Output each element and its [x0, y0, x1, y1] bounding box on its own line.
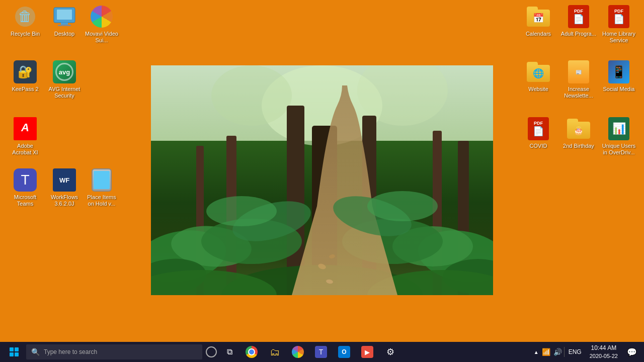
clock-time: 10:44 AM	[591, 344, 617, 352]
taskbar-settings[interactable]: ⚙	[379, 342, 401, 362]
icon-2nd-birthday[interactable]: 🎂 2nd Birthday	[558, 115, 599, 151]
language-indicator[interactable]: ENG	[569, 348, 582, 355]
system-tray: ▲ 📶 🔊 ENG 10:44 AM 2020-05-22 💬	[533, 342, 642, 362]
cortana-icon	[206, 346, 217, 357]
svg-point-28	[206, 196, 277, 226]
icon-increase-newsletter[interactable]: 📰 Increase Newslette...	[558, 58, 599, 101]
svg-rect-33	[57, 10, 72, 20]
taskbar-chrome[interactable]	[240, 342, 263, 362]
icon-label-adobe: Adobe Acrobat XI	[7, 143, 43, 156]
icon-label-2nd-birthday: 2nd Birthday	[563, 143, 594, 149]
start-button[interactable]	[2, 342, 26, 362]
windows-logo-icon	[10, 347, 19, 356]
tray-icons: 📶 🔊	[542, 348, 562, 356]
search-bar[interactable]: 🔍 Type here to search	[26, 344, 202, 359]
taskbar-apps: 🗂 T O ▶ ⚙	[240, 342, 533, 362]
action-center-button[interactable]: 💬	[624, 342, 640, 362]
icon-desktop[interactable]: Desktop	[44, 3, 85, 39]
icon-teams[interactable]: T Microsoft Teams	[5, 166, 45, 209]
svg-rect-34	[61, 23, 68, 25]
taskbar-movavi[interactable]	[287, 342, 309, 362]
clock-area[interactable]: 10:44 AM 2020-05-22	[586, 344, 622, 360]
action-center-icon: 💬	[627, 347, 637, 357]
icon-label-covid: COVID	[530, 143, 547, 149]
taskbar-screencast[interactable]: ▶	[356, 342, 378, 362]
icon-label-home-library: Home Library Service	[601, 31, 637, 44]
icon-label-workflows: WorkFlows 3.6.2.0J	[46, 194, 83, 207]
icon-label-adult-programs: Adult Progra...	[561, 31, 596, 37]
icon-home-library[interactable]: PDF 📄 Home Library Service	[599, 3, 639, 46]
icon-label-movavi: Movavi Video Sui...	[84, 31, 120, 44]
icon-label-teams: Microsoft Teams	[7, 194, 43, 207]
icon-adobe[interactable]: A Adobe Acrobat XI	[5, 115, 45, 158]
icon-label-calendars: Calendars	[526, 31, 551, 37]
icon-label-increase-newsletter: Increase Newslette...	[560, 86, 597, 99]
chrome-icon	[246, 346, 258, 358]
svg-rect-35	[58, 25, 71, 26]
task-view-button[interactable]: ⧉	[220, 342, 238, 362]
icon-label-unique-users: Unique Users in OverDriv...	[601, 143, 637, 156]
icon-movavi[interactable]: Movavi Video Sui...	[82, 3, 122, 46]
clock-date: 2020-05-22	[590, 352, 618, 360]
icon-label-social-media: Social Media	[603, 86, 635, 93]
svg-text:🗑: 🗑	[18, 9, 32, 24]
icon-unique-users[interactable]: 📊 Unique Users in OverDriv...	[599, 115, 639, 158]
tray-volume-icon[interactable]: 🔊	[553, 348, 562, 356]
taskbar-teams[interactable]: T	[310, 342, 332, 362]
taskbar: 🔍 Type here to search ⧉ 🗂 T	[0, 342, 644, 362]
icon-label-avg: AVG Internet Security	[46, 86, 83, 99]
icon-label-place-items: Place Items on Hold v...	[84, 194, 120, 207]
svg-point-29	[367, 191, 438, 221]
recycle-bin-icon: 🗑	[15, 6, 36, 27]
icon-website[interactable]: 🌐 Website	[518, 58, 558, 95]
outlook-icon: O	[338, 346, 350, 358]
icon-label-keepass: KeePass 2	[12, 86, 38, 93]
desktop-icon-img	[53, 7, 76, 27]
icon-label-desktop: Desktop	[54, 31, 74, 37]
svg-point-3	[211, 65, 292, 126]
icon-recycle-bin[interactable]: 🗑 Recycle Bin	[5, 3, 45, 39]
icon-avg[interactable]: avg AVG Internet Security	[44, 58, 85, 101]
wallpaper	[151, 65, 493, 295]
tray-expand-button[interactable]: ▲	[533, 349, 540, 355]
task-view-icon: ⧉	[227, 347, 232, 356]
movavi-icon	[292, 346, 304, 358]
icon-label-website: Website	[528, 86, 548, 93]
search-placeholder: Type here to search	[44, 348, 97, 355]
cortana-button[interactable]	[202, 342, 220, 362]
icon-calendars[interactable]: 📅 Calendars	[518, 3, 558, 39]
tray-separator	[564, 347, 565, 357]
icon-covid[interactable]: PDF 📄 COVID	[518, 115, 558, 151]
screencast-icon: ▶	[361, 346, 373, 358]
desktop: 🗑 Recycle Bin Desktop Movavi Video Sui..…	[0, 0, 644, 342]
explorer-icon: 🗂	[269, 346, 281, 358]
tray-network-icon[interactable]: 📶	[542, 348, 550, 356]
icon-keepass[interactable]: 🔐 KeePass 2	[5, 58, 45, 95]
taskbar-explorer[interactable]: 🗂	[264, 342, 286, 362]
icon-place-items[interactable]: Place Items on Hold v...	[82, 166, 122, 209]
icon-adult-programs[interactable]: PDF 📄 Adult Progra...	[558, 3, 599, 39]
search-icon: 🔍	[31, 348, 40, 356]
wallpaper-image	[151, 65, 493, 295]
taskbar-outlook[interactable]: O	[333, 342, 355, 362]
teams-icon: T	[315, 346, 327, 358]
icon-label-recycle-bin: Recycle Bin	[11, 31, 40, 37]
icon-social-media[interactable]: 📱 Social Media	[599, 58, 639, 95]
icon-workflows[interactable]: WF WorkFlows 3.6.2.0J	[44, 166, 85, 209]
settings-icon: ⚙	[384, 346, 396, 358]
